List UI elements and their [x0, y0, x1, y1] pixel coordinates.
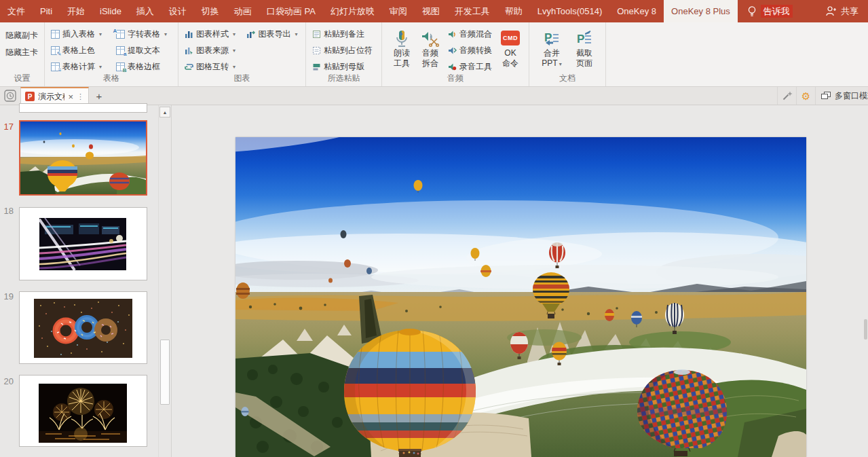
paste-to-notes-icon	[312, 29, 321, 39]
hide-primary-card-button[interactable]: 隐藏主卡	[5, 44, 40, 61]
menu-item-help[interactable]: 帮助	[497, 0, 530, 22]
slide-17-thumbnail[interactable]	[19, 120, 147, 196]
multi-window-icon	[821, 92, 831, 100]
menu-item-file[interactable]: 文件	[0, 0, 33, 22]
table-color-button[interactable]: ✎ 表格上色	[50, 42, 109, 58]
merge-ppt-button[interactable]: P 合并PPT▾	[537, 26, 566, 69]
scroll-up-button[interactable]: ▲	[159, 107, 170, 117]
group-label-chart: 图表	[178, 73, 305, 84]
slide-number-18: 18	[0, 206, 14, 216]
slide-16-thumbnail-partial[interactable]	[19, 103, 147, 113]
paste-to-notes-button[interactable]: 粘贴到备注	[312, 26, 377, 42]
menu-item-developer[interactable]: 开发工具	[447, 0, 497, 22]
slide-canvas	[172, 105, 868, 457]
gear-icon: ⚙	[801, 91, 810, 101]
merge-ppt-icon: P	[543, 28, 561, 48]
slide-thumbnail-panel: 17	[0, 105, 172, 457]
document-tab-title: 演示文稿1	[38, 91, 64, 103]
canvas-scrollbar-thumb[interactable]	[864, 319, 867, 340]
menu-item-animations[interactable]: 动画	[227, 0, 259, 22]
group-label-audio: 音频	[382, 73, 529, 84]
audio-convert-button[interactable]: 音频转换	[447, 42, 492, 58]
insert-table-button[interactable]: 插入表格▾	[50, 26, 109, 42]
menu-item-design[interactable]: 设计	[162, 0, 194, 22]
read-aloud-tool-button[interactable]: 朗读工具	[388, 26, 416, 75]
ribbon-group-table: 插入表格▾ ✎ 表格上色 ≡ 表格计算▾ A 字转表格▾	[45, 22, 178, 86]
slide-19-image	[34, 299, 132, 358]
menu-item-insert[interactable]: 插入	[129, 0, 162, 22]
capture-pages-button[interactable]: P 截取页面	[570, 26, 599, 69]
menu-item-view[interactable]: 视图	[415, 0, 447, 22]
slide-18-image	[39, 218, 126, 270]
ribbon-group-audio: 朗读工具 音频拆合 音频混合 音频转换	[382, 22, 529, 86]
cmd-badge-icon: CMD	[501, 31, 520, 45]
share-button[interactable]: 共享	[816, 0, 868, 22]
slide-18-thumbnail[interactable]	[19, 207, 147, 280]
hide-secondary-card-button[interactable]: 隐藏副卡	[5, 27, 40, 44]
extract-text-button[interactable]: a 提取文本	[115, 42, 174, 58]
capture-pages-icon: P	[575, 28, 593, 48]
slide-number-17: 17	[0, 122, 14, 132]
panel-scrollbar[interactable]: ▲	[158, 105, 171, 457]
text-to-table-icon: A	[115, 29, 125, 39]
slide-19-thumbnail[interactable]	[19, 291, 147, 364]
audio-mix-button[interactable]: 音频混合	[447, 26, 492, 42]
ppt-file-icon: P	[25, 92, 35, 101]
menu-item-review[interactable]: 审阅	[382, 0, 415, 22]
balloons-photo[interactable]	[235, 137, 806, 457]
paste-to-placeholder-button[interactable]: 粘贴到占位符	[312, 42, 377, 58]
table-calc-icon: ≡	[50, 62, 60, 71]
menu-item-onekey8[interactable]: OneKey 8	[609, 0, 664, 22]
menu-item-slideshow[interactable]: 幻灯片放映	[323, 0, 382, 22]
menu-item-transitions[interactable]: 切换	[194, 0, 227, 22]
table-border-icon: B	[115, 62, 125, 71]
menu-item-home[interactable]: 开始	[60, 0, 92, 22]
audio-mix-icon	[447, 29, 457, 39]
beautify-wand-button[interactable]	[777, 87, 796, 105]
text-to-table-button[interactable]: A 字转表格▾	[115, 26, 174, 42]
slide-17-image	[20, 122, 146, 194]
microphone-icon	[394, 28, 409, 48]
ribbon-group-paste: 粘贴到备注 粘贴到占位符 粘贴到母版 所选粘贴	[306, 22, 382, 86]
lightbulb-icon	[738, 0, 761, 22]
menu-item-islide[interactable]: iSlide	[92, 0, 129, 22]
slide-20-image	[39, 384, 127, 443]
settings-gear-button[interactable]: ⚙	[796, 87, 815, 105]
ribbon-group-chart: 图表样式▾ 图表来源▾ 图格互转▾ 图表导出▾	[178, 22, 306, 86]
tell-me-button[interactable]: 告诉我	[761, 5, 793, 18]
audio-convert-icon	[447, 45, 457, 55]
menu-item-pocket-animation[interactable]: 口袋动画 PA	[259, 0, 323, 22]
panel-scrollbar-thumb[interactable]	[160, 340, 170, 405]
chart-source-button[interactable]: 图表来源▾	[184, 42, 240, 58]
ok-command-button[interactable]: CMD OK命令	[496, 26, 525, 75]
ribbon-group-settings: 隐藏副卡 隐藏主卡 设置	[0, 22, 45, 86]
extract-text-icon: a	[115, 45, 125, 55]
new-tab-button[interactable]: +	[89, 87, 109, 105]
multi-window-mode-button[interactable]: 多窗口模式	[815, 87, 868, 105]
close-tab-icon[interactable]: ×	[68, 92, 73, 101]
current-slide[interactable]	[235, 137, 806, 457]
document-tab-bar: P 演示文稿1 × ⋮ + ⚙ 多窗口模式	[0, 87, 868, 105]
svg-text:P: P	[577, 33, 584, 45]
group-label-document: 文档	[529, 73, 605, 84]
speaker-scissors-icon	[421, 28, 439, 48]
chart-style-button[interactable]: 图表样式▾	[184, 26, 240, 42]
document-tab[interactable]: P 演示文稿1 × ⋮	[20, 87, 89, 105]
share-person-icon	[826, 6, 837, 16]
wps-presentation-window: 文件 Piti 开始 iSlide 插入 设计 切换 动画 口袋动画 PA 幻灯…	[0, 0, 868, 457]
slide-20-thumbnail[interactable]	[19, 375, 147, 447]
insert-table-icon	[50, 29, 60, 39]
tab-more-icon[interactable]: ⋮	[77, 93, 84, 100]
menu-item-onekey8plus[interactable]: OneKey 8 Plus	[664, 0, 738, 22]
slide-number-19: 19	[0, 291, 14, 301]
magic-wand-icon	[782, 90, 793, 101]
menu-item-lvyhtools[interactable]: LvyhTools(0514)	[530, 0, 609, 22]
audio-split-merge-button[interactable]: 音频拆合	[416, 26, 445, 75]
chart-grid-convert-icon	[184, 62, 193, 71]
home-button[interactable]	[0, 87, 20, 105]
record-icon	[447, 62, 457, 71]
menu-item-piti[interactable]: Piti	[33, 0, 60, 22]
paste-to-placeholder-icon	[312, 45, 321, 55]
paste-to-master-icon	[312, 62, 321, 71]
chart-export-button[interactable]: 图表导出▾	[246, 26, 302, 42]
